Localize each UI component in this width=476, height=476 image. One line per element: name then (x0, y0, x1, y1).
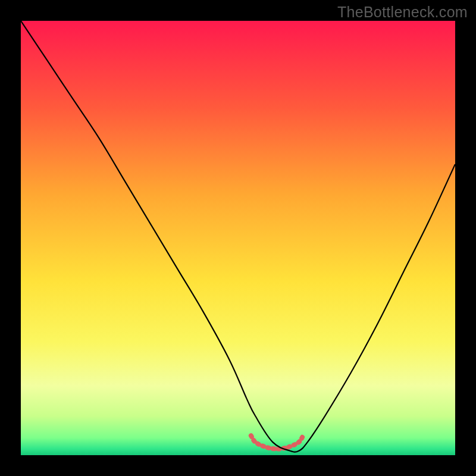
chart-svg (21, 21, 455, 455)
gradient-background (21, 21, 455, 455)
plot-area (21, 21, 455, 455)
watermark-text: TheBottleneck.com (337, 4, 468, 21)
chart-frame: TheBottleneck.com (0, 0, 476, 476)
